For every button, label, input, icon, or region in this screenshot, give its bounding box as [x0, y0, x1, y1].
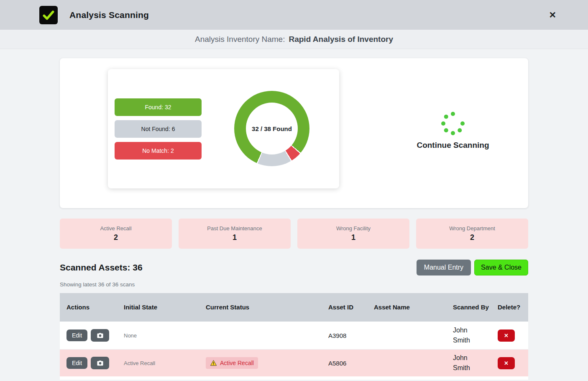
stat-card-value: 2	[470, 233, 474, 242]
stat-card-past-due-maintenance: Past Due Maintenance 1	[179, 219, 291, 249]
camera-button[interactable]	[91, 329, 109, 342]
initial-state-cell: None	[117, 322, 199, 349]
column-header-asset-name: Asset Name	[367, 293, 446, 322]
alert-stat-cards: Active Recall 2 Past Due Maintenance 1 W…	[60, 219, 528, 249]
asset-id-cell: A3908	[322, 322, 367, 349]
inventory-name-bar: Analysis Inventory Name: Rapid Analysis …	[0, 30, 588, 49]
stat-card-value: 1	[233, 233, 237, 242]
scan-results-panel: Found: 32 Not Found: 6 No Match: 2 32 / …	[108, 69, 339, 188]
main-content: Found: 32 Not Found: 6 No Match: 2 32 / …	[60, 58, 528, 380]
page-title: Analysis Scanning	[69, 10, 149, 20]
donut-center-label: 32 / 38 Found	[246, 103, 298, 154]
stat-card-value: 2	[114, 233, 118, 242]
camera-button[interactable]	[91, 357, 109, 369]
current-status-cell	[199, 322, 322, 349]
stat-card-label: Past Due Maintenance	[207, 225, 262, 232]
scanned-by-cell: John Smith	[446, 350, 491, 376]
delete-x-icon: ✕	[504, 332, 509, 339]
stat-card-label: Active Recall	[100, 225, 131, 232]
no-match-count-button[interactable]: No Match: 2	[115, 142, 202, 160]
spinner-icon	[441, 112, 465, 135]
stat-card-label: Wrong Department	[449, 225, 495, 232]
delete-button[interactable]: ✕	[498, 357, 515, 369]
edit-button[interactable]: Edit	[66, 357, 87, 369]
column-header-actions: Actions	[60, 293, 117, 322]
delete-button[interactable]: ✕	[498, 330, 515, 342]
delete-x-icon: ✕	[504, 360, 509, 366]
stat-card-label: Wrong Facility	[336, 225, 371, 232]
column-header-current-status: Current Status	[199, 293, 322, 322]
count-buttons: Found: 32 Not Found: 6 No Match: 2	[115, 98, 202, 160]
scan-overview-card: Found: 32 Not Found: 6 No Match: 2 32 / …	[60, 58, 528, 208]
badge-label: Active Recall	[220, 360, 254, 366]
manual-entry-button[interactable]: Manual Entry	[417, 260, 471, 275]
delete-cell: ✕	[491, 322, 528, 349]
inventory-name-value: Rapid Analysis of Inventory	[289, 35, 393, 44]
initial-state-cell: Active Recall	[117, 350, 199, 376]
titlebar: Analysis Scanning ✕	[0, 0, 588, 30]
warning-icon	[210, 360, 217, 366]
assets-actions: Manual Entry Save & Close	[417, 260, 528, 275]
scanned-assets-bar: Scanned Assets: 36 Manual Entry Save & C…	[60, 260, 528, 275]
save-and-close-button[interactable]: Save & Close	[474, 260, 528, 275]
not-found-count-button[interactable]: Not Found: 6	[115, 120, 202, 138]
scanned-assets-heading: Scanned Assets: 36	[60, 263, 143, 273]
stat-card-active-recall: Active Recall 2	[60, 219, 172, 249]
stat-card-value: 1	[351, 233, 355, 242]
actions-cell: Edit	[60, 322, 117, 349]
asset-name-cell	[367, 350, 446, 376]
actions-cell: Edit	[60, 350, 117, 376]
continue-scanning-section: Continue Scanning	[399, 112, 507, 150]
asset-id-cell: A5806	[322, 350, 367, 376]
close-icon[interactable]: ✕	[549, 10, 556, 19]
found-count-button[interactable]: Found: 32	[115, 98, 202, 116]
stat-card-wrong-department: Wrong Department 2	[416, 219, 528, 249]
table-row-flagged: Edit Active Recall Active Recall	[60, 350, 528, 376]
column-header-initial-state: Initial State	[117, 293, 199, 322]
scanned-by-cell: John Smith	[446, 322, 491, 349]
scanned-assets-table: Actions Initial State Current Status Ass…	[60, 293, 528, 380]
active-recall-badge: Active Recall	[206, 357, 258, 369]
column-header-delete: Delete?	[491, 293, 528, 322]
camera-icon	[97, 332, 104, 339]
stat-card-wrong-facility: Wrong Facility 1	[297, 219, 409, 249]
donut-chart-wrap: 32 / 38 Found	[234, 91, 309, 166]
edit-button[interactable]: Edit	[66, 330, 87, 341]
continue-scanning-button[interactable]: Continue Scanning	[399, 141, 507, 150]
showing-scans-text: Showing latest 36 of 36 scans	[60, 281, 528, 288]
table-row-partial	[60, 376, 528, 380]
app-check-icon	[39, 6, 58, 24]
table-header-row: Actions Initial State Current Status Ass…	[60, 293, 528, 322]
checkmark-icon	[41, 8, 56, 22]
table-row: Edit None A3908 John Smith ✕	[60, 322, 528, 350]
asset-name-cell	[367, 322, 446, 349]
delete-cell: ✕	[491, 350, 528, 376]
column-header-scanned-by: Scanned By	[446, 293, 491, 322]
column-header-asset-id: Asset ID	[322, 293, 367, 322]
current-status-cell: Active Recall	[199, 350, 322, 376]
inventory-name-label: Analysis Inventory Name:	[195, 35, 285, 44]
camera-icon	[97, 360, 104, 367]
